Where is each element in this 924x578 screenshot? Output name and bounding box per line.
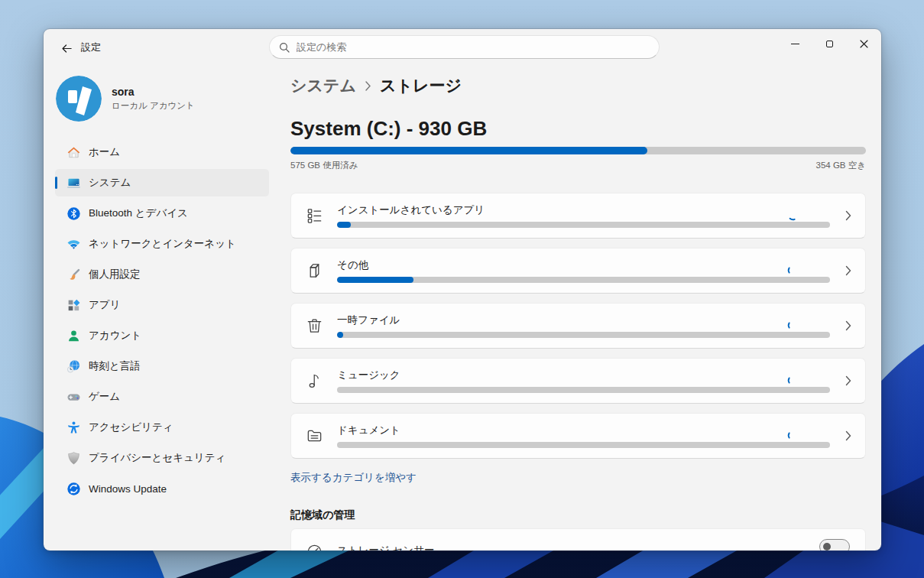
sidebar-item-label: ホーム bbox=[89, 145, 120, 159]
category-label: 一時ファイル bbox=[337, 313, 400, 327]
apps-icon bbox=[66, 297, 81, 313]
category-usage-fill bbox=[337, 222, 351, 228]
sidebar-item-windows-update[interactable]: Windows Update bbox=[55, 475, 269, 502]
category-usage-fill bbox=[337, 332, 343, 338]
sidebar-item-network-internet[interactable]: ネットワークとインターネット bbox=[55, 230, 269, 258]
drive-free-label: 354 GB 空き bbox=[816, 160, 866, 171]
breadcrumb: システム ストレージ bbox=[290, 75, 462, 96]
gaming-icon bbox=[66, 389, 81, 404]
windows-update-icon bbox=[66, 481, 81, 496]
loading-spinner-icon bbox=[786, 374, 799, 387]
storage-category-list: インストールされているアプリ その他 bbox=[290, 193, 866, 459]
drive-usage-fill bbox=[290, 147, 647, 154]
category-label: その他 bbox=[337, 258, 368, 272]
accounts-icon bbox=[66, 328, 81, 343]
storage-sensor-icon bbox=[305, 542, 324, 550]
sidebar-item-label: ネットワークとインターネット bbox=[89, 237, 236, 251]
accessibility-icon bbox=[66, 420, 81, 435]
category-label: ドキュメント bbox=[337, 424, 400, 437]
sidebar-item-bluetooth-devices[interactable]: Bluetooth とデバイス bbox=[55, 200, 269, 227]
loading-spinner-icon bbox=[786, 319, 799, 332]
sidebar-item-label: ゲーム bbox=[89, 390, 120, 404]
temp-files-icon bbox=[305, 317, 324, 336]
installed-apps-icon bbox=[305, 206, 324, 226]
category-row-music[interactable]: ミュージック bbox=[290, 358, 866, 404]
sidebar-item-label: アカウント bbox=[89, 329, 141, 343]
time-language-icon bbox=[66, 359, 81, 374]
storage-management-header: 記憶域の管理 bbox=[290, 508, 355, 522]
category-row-installed-apps[interactable]: インストールされているアプリ bbox=[290, 193, 866, 239]
sidebar-item-apps[interactable]: アプリ bbox=[55, 291, 269, 319]
sidebar-nav: ホーム システム Bluetooth とデバイス bbox=[55, 138, 269, 505]
sidebar-item-label: 個人用設定 bbox=[89, 268, 141, 281]
sidebar-item-time-language[interactable]: 時刻と言語 bbox=[55, 352, 269, 380]
category-row-temp-files[interactable]: 一時ファイル bbox=[290, 303, 866, 349]
user-account-row[interactable]: sora ローカル アカウント bbox=[55, 73, 269, 125]
user-account-type: ローカル アカウント bbox=[112, 100, 195, 112]
category-usage-fill bbox=[337, 277, 413, 283]
breadcrumb-chevron-icon bbox=[365, 80, 371, 92]
category-label: ミュージック bbox=[337, 369, 400, 382]
drive-title: System (C:) - 930 GB bbox=[290, 117, 487, 141]
chevron-right-icon bbox=[845, 375, 851, 386]
breadcrumb-parent[interactable]: システム bbox=[290, 75, 356, 96]
breadcrumb-current: ストレージ bbox=[380, 75, 462, 96]
chevron-right-icon bbox=[845, 210, 851, 221]
sidebar-item-label: Bluetooth とデバイス bbox=[89, 206, 188, 220]
category-usage-bar bbox=[337, 332, 830, 338]
category-usage-bar bbox=[337, 277, 830, 283]
storage-sensor-toggle[interactable] bbox=[819, 539, 850, 550]
sidebar-item-accounts[interactable]: アカウント bbox=[55, 322, 269, 349]
storage-sense-row[interactable]: ストレージ センサー bbox=[290, 528, 866, 550]
settings-window: 設定 sora bbox=[44, 29, 881, 550]
sidebar-item-label: プライバシーとセキュリティ bbox=[89, 451, 225, 465]
chevron-right-icon bbox=[845, 320, 851, 331]
sidebar-item-system[interactable]: システム bbox=[55, 169, 269, 196]
chevron-right-icon bbox=[845, 265, 851, 276]
drive-usage-bar bbox=[290, 147, 866, 154]
search-icon bbox=[279, 42, 290, 53]
sidebar-item-accessibility[interactable]: アクセシビリティ bbox=[55, 414, 269, 441]
loading-spinner-icon bbox=[786, 208, 801, 223]
back-button[interactable] bbox=[54, 38, 79, 58]
bluetooth-icon bbox=[66, 206, 81, 221]
user-name: sora bbox=[112, 86, 195, 98]
category-row-documents[interactable]: ドキュメント bbox=[290, 413, 866, 459]
app-title: 設定 bbox=[81, 41, 101, 54]
category-row-other[interactable]: その他 bbox=[290, 248, 866, 294]
personalization-icon bbox=[66, 267, 81, 282]
sidebar-item-gaming[interactable]: ゲーム bbox=[55, 383, 269, 411]
user-info: sora ローカル アカウント bbox=[112, 86, 195, 112]
avatar bbox=[56, 76, 102, 122]
system-icon bbox=[66, 175, 81, 190]
music-icon bbox=[305, 372, 324, 391]
sidebar-item-home[interactable]: ホーム bbox=[55, 138, 269, 166]
other-category-icon bbox=[305, 261, 324, 281]
storage-sensor-label: ストレージ センサー bbox=[337, 544, 434, 550]
loading-spinner-icon bbox=[786, 264, 799, 277]
show-more-categories-link[interactable]: 表示するカテゴリを増やす bbox=[290, 471, 417, 485]
sidebar-item-label: アクセシビリティ bbox=[89, 421, 173, 434]
chevron-right-icon bbox=[845, 430, 851, 441]
sidebar-item-label: 時刻と言語 bbox=[89, 359, 141, 373]
main-content: システム ストレージ System (C:) - 930 GB 575 GB 使… bbox=[290, 29, 866, 550]
documents-icon bbox=[305, 427, 324, 446]
sidebar-item-label: Windows Update bbox=[89, 483, 167, 495]
back-arrow-icon bbox=[61, 43, 73, 54]
sidebar-item-privacy-security[interactable]: プライバシーとセキュリティ bbox=[55, 444, 269, 472]
drive-usage-labels: 575 GB 使用済み 354 GB 空き bbox=[290, 160, 866, 171]
category-usage-bar bbox=[337, 222, 830, 228]
sidebar-item-label: アプリ bbox=[89, 298, 120, 312]
loading-spinner-icon bbox=[786, 429, 799, 442]
category-label: インストールされているアプリ bbox=[337, 203, 485, 217]
privacy-icon bbox=[66, 450, 81, 466]
sidebar-item-label: システム bbox=[89, 176, 131, 190]
sidebar-item-personalization[interactable]: 個人用設定 bbox=[55, 261, 269, 288]
category-usage-bar bbox=[337, 442, 830, 448]
network-icon bbox=[66, 236, 81, 252]
home-icon bbox=[66, 144, 81, 160]
drive-used-label: 575 GB 使用済み bbox=[290, 160, 358, 171]
category-usage-bar bbox=[337, 387, 830, 393]
